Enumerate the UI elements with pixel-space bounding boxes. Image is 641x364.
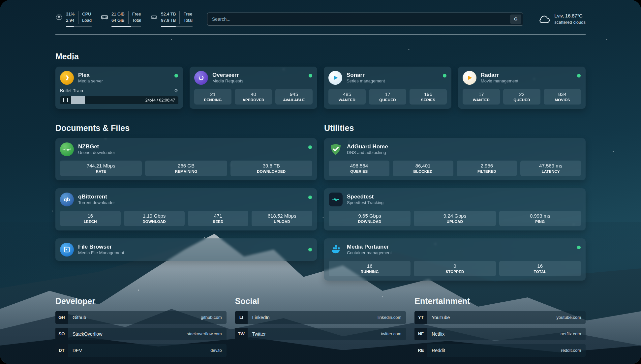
dashboard-screen: 31% 2.94 CPU Load (0, 0, 641, 364)
app-subtitle: Media Requests (212, 78, 243, 84)
bookmark-github[interactable]: GH Github github.com (55, 311, 227, 324)
search-input[interactable] (207, 16, 510, 22)
app-card-sonarr[interactable]: Sonarr Series management 485 WANTED 17 Q… (324, 67, 451, 109)
ram-total-value: 64 GiB (111, 17, 125, 24)
app-name: Media Portainer (347, 243, 392, 250)
disk-total-value: 97.9 TB (161, 17, 176, 24)
app-card-adguard[interactable]: AdGuard Home DNS and adblocking 498,564 … (324, 138, 586, 180)
app-subtitle: Media File Management (78, 250, 124, 256)
stackoverflow-icon: SO (55, 328, 68, 340)
bookmark-dev[interactable]: DT DEV dev.to (55, 344, 227, 357)
cpu-icon (55, 14, 63, 21)
weather-condition: scattered clouds (554, 19, 586, 25)
app-name: Overseerr (212, 72, 243, 78)
bookmark-youtube[interactable]: YT YouTube youtube.com (414, 311, 586, 324)
stat-blocked: 86,401 BLOCKED (393, 161, 453, 176)
cpu-usage-value: 31% (66, 11, 75, 17)
stat-downloaded: 39.6 TB DOWNLOADED (230, 161, 312, 176)
stat-queries: 498,564 QUERIES (329, 161, 389, 176)
cpu-label-top: CPU (82, 11, 92, 17)
app-card-portainer[interactable]: Media Portainer Container management 16 … (324, 238, 586, 281)
linkedin-icon: LI (235, 311, 248, 324)
cpu-progress-fill (66, 26, 74, 27)
reddit-icon: RE (414, 344, 427, 357)
cpu-label-bottom: Load (82, 17, 92, 24)
ram-label-bottom: Total (132, 17, 141, 24)
plex-seek-bar[interactable]: 24:44 / 02:06:47 (60, 96, 178, 104)
status-dot (443, 74, 446, 77)
bookmark-group-social: Social LI LinkedIn linkedin.com TW Twitt… (235, 296, 406, 361)
app-card-nzbget[interactable]: nzbget NZBGet Usenet downloader 744.21 M… (55, 138, 317, 180)
stat-queued: 22 QUEUED (503, 89, 540, 105)
app-name: Radarr (481, 72, 518, 78)
app-card-radarr[interactable]: Radarr Movie management 17 WANTED 22 QUE… (458, 67, 586, 109)
stat-available: 945 AVAILABLE (275, 89, 313, 105)
cloud-icon (538, 13, 550, 25)
overseerr-icon (194, 71, 208, 85)
system-metrics: 31% 2.94 CPU Load (55, 11, 193, 27)
now-playing-title: Bullet Train (60, 88, 83, 93)
dev-icon: DT (55, 344, 68, 357)
section-title-social: Social (235, 296, 406, 306)
bookmark-reddit[interactable]: RE Reddit reddit.com (414, 344, 586, 357)
disk-metric: 52.4 TB 97.9 TB Free Total (150, 11, 193, 27)
github-icon: GH (55, 311, 68, 324)
status-dot (577, 74, 581, 77)
netflix-icon: NF (414, 328, 427, 340)
plex-icon (60, 71, 74, 85)
stat-latency: 47.569 ms LATENCY (520, 161, 581, 176)
stat-filtered: 2,956 FILTERED (457, 161, 517, 176)
nzbget-icon: nzbget (60, 142, 74, 156)
app-name: Sonarr (347, 72, 385, 78)
stat-ping: 0.993 ms PING (499, 211, 581, 226)
bookmark-twitter[interactable]: TW Twitter twitter.com (235, 328, 406, 340)
top-bar: 31% 2.94 CPU Load (55, 11, 586, 27)
app-card-plex[interactable]: Plex Media server Bullet Train ⚙ 24:44 /… (55, 67, 183, 109)
filebrowser-icon (60, 243, 74, 257)
app-card-qbittorrent[interactable]: qb qBittorrent Torrent downloader 16 LEE… (55, 188, 317, 230)
app-subtitle: Media server (78, 78, 103, 84)
bookmark-netflix[interactable]: NF Netflix netflix.com (414, 328, 586, 340)
app-subtitle: DNS and adblocking (347, 150, 388, 155)
pause-icon[interactable] (63, 98, 68, 102)
section-title-developer: Developer (55, 296, 227, 306)
plex-progress-fill (71, 96, 85, 104)
cpu-metric: 31% 2.94 CPU Load (55, 11, 92, 27)
status-dot (308, 196, 312, 199)
disk-icon (150, 14, 158, 21)
stat-download: 9.65 Gbps DOWNLOAD (329, 211, 411, 226)
app-card-overseerr[interactable]: Overseerr Media Requests 21 PENDING 40 A… (190, 67, 317, 109)
bookmarks-area: Developer GH Github github.com SO StackO… (55, 296, 586, 364)
disk-progress-fill (161, 26, 176, 27)
stat-stopped: 0 STOPPED (414, 261, 496, 276)
stat-series: 196 SERIES (410, 89, 447, 105)
app-card-speedtest[interactable]: Speedtest Speedtest Tracking 9.65 Gbps D… (324, 188, 586, 230)
stat-leech: 16 LEECH (60, 211, 121, 226)
bookmark-group-entertainment: Entertainment YT YouTube youtube.com NF … (414, 296, 586, 361)
search-engine-button[interactable]: G (510, 15, 521, 24)
stat-seed: 471 SEED (188, 211, 249, 226)
ram-progress-bar (111, 26, 141, 27)
stat-pending: 21 PENDING (194, 89, 231, 105)
app-name: qBittorrent (78, 193, 115, 200)
stat-upload: 618.52 Mbps UPLOAD (252, 211, 312, 226)
disk-label-top: Free (183, 11, 192, 17)
stat-approved: 40 APPROVED (235, 89, 272, 105)
media-card-grid: Plex Media server Bullet Train ⚙ 24:44 /… (55, 67, 586, 109)
weather-widget: Lviv, 16.87°C scattered clouds (538, 13, 586, 25)
stat-running: 16 RUNNING (329, 261, 411, 276)
weather-location: Lviv, 16.87°C (554, 13, 586, 19)
cpu-progress-bar (66, 26, 92, 27)
bookmark-stackoverflow[interactable]: SO StackOverflow stackoverflow.com (55, 328, 227, 340)
stat-wanted: 17 WANTED (463, 89, 500, 105)
settings-gear-icon[interactable]: ⚙ (174, 88, 178, 94)
app-card-filebrowser[interactable]: File Browser Media File Management (55, 238, 317, 261)
app-name: NZBGet (78, 143, 115, 150)
cpu-load-value: 2.94 (66, 17, 75, 24)
bookmark-linkedin[interactable]: LI LinkedIn linkedin.com (235, 311, 406, 324)
disk-free-value: 52.4 TB (161, 11, 176, 17)
stat-remaining: 266 GB REMAINING (145, 161, 227, 176)
documents-column: Documents & Files nzbget NZBGet Usenet d… (55, 123, 317, 281)
section-title-entertainment: Entertainment (414, 296, 586, 306)
plex-progress-track (71, 96, 142, 104)
